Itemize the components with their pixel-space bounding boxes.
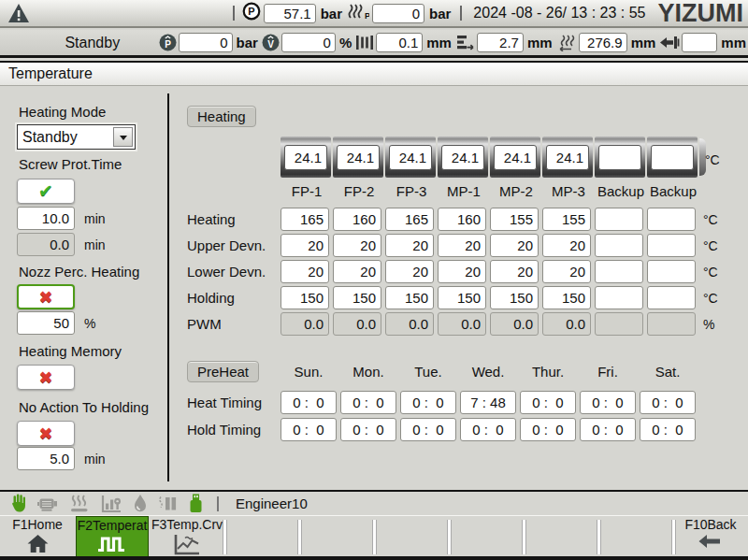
timing-input[interactable]: 0 : 0: [460, 418, 516, 441]
injection-pressure-value: 57.1: [264, 4, 316, 23]
back-arrow-icon: [697, 533, 725, 550]
fkey-f2temperat[interactable]: F2Temperat: [76, 516, 149, 557]
temp-setpoint-input[interactable]: 20: [385, 260, 434, 283]
check-icon: ✔: [38, 180, 53, 202]
unit-label: °C: [703, 212, 718, 227]
mold-adjust-icon: [157, 495, 179, 513]
timing-input[interactable]: 0 : 0: [340, 391, 396, 414]
temp-setpoint-input[interactable]: [647, 260, 696, 283]
datetime: 2024 -08 - 26/ 13 : 23 : 55: [473, 5, 645, 22]
cross-icon: ✖: [38, 424, 52, 444]
temp-row: PWM0.00.00.00.00.00.0%: [187, 312, 714, 336]
status-readouts: P0barV0%0.1mm2.7mm276.9mmmm: [159, 33, 748, 52]
system-pressure-icon: P: [159, 34, 177, 51]
row-label: Holding: [187, 290, 280, 306]
timing-input[interactable]: 0 : 0: [280, 418, 337, 441]
function-key-bar: F1HomeF2TemperatF3Temp.CrvF10Back: [0, 515, 748, 556]
back-pressure-value: 0: [372, 4, 424, 23]
temp-setpoint-input[interactable]: 20: [280, 260, 329, 283]
temp-setpoint-input[interactable]: [647, 234, 696, 257]
screw-prot-time-input[interactable]: 10.0: [17, 207, 75, 230]
temp-setpoint-input[interactable]: 150: [438, 286, 486, 309]
temp-setpoint-input[interactable]: 20: [490, 234, 539, 257]
temp-setpoint-input[interactable]: [647, 286, 696, 309]
screw-prot-time-label: Screw Prot.Time: [19, 156, 122, 172]
heating-mode-select[interactable]: Standby: [17, 124, 136, 150]
row-cells: 0 : 00 : 00 : 07 : 480 : 00 : 00 : 0: [280, 391, 696, 414]
svg-text:P: P: [365, 11, 369, 20]
no-action-to-holding-toggle[interactable]: ✖: [17, 421, 75, 446]
temp-setpoint-input[interactable]: [595, 260, 643, 283]
fkey-f3temp.crv[interactable]: F3Temp.Crv: [150, 516, 224, 557]
temp-setpoint-input[interactable]: 150: [385, 286, 434, 309]
dropdown-arrow-icon[interactable]: [113, 127, 133, 147]
temp-setpoint-input[interactable]: 20: [438, 234, 486, 257]
waveform-icon: [95, 534, 129, 555]
no-action-time-input[interactable]: 5.0: [17, 447, 75, 470]
temp-setpoint-input[interactable]: [647, 208, 696, 231]
temp-row: Upper Devn.202020202020°C: [187, 234, 718, 257]
timing-input[interactable]: 0 : 0: [580, 391, 636, 414]
unit-label: mm: [426, 35, 452, 50]
temp-setpoint-input[interactable]: 165: [280, 208, 329, 231]
row-label: Hold Timing: [187, 422, 280, 438]
temp-setpoint-input[interactable]: [595, 286, 643, 309]
timing-input[interactable]: 0 : 0: [640, 391, 696, 414]
top-status-bar: P 57.1 bar P 0 bar 2024 -08 - 26/ 13 : 2…: [0, 0, 748, 28]
zone-actual-temp: 24.1: [284, 145, 327, 170]
timing-input[interactable]: 0 : 0: [400, 391, 456, 414]
temp-readonly-value: 0.0: [385, 312, 434, 336]
temp-setpoint-input[interactable]: [595, 208, 643, 231]
unit-label: min: [84, 237, 106, 252]
temp-setpoint-input[interactable]: 20: [542, 260, 591, 283]
temp-setpoint-input[interactable]: 150: [333, 286, 381, 309]
temp-setpoint-input[interactable]: 160: [438, 208, 486, 231]
temp-setpoint-input[interactable]: 150: [542, 286, 591, 309]
temp-setpoint-input[interactable]: 20: [542, 234, 591, 257]
chart-tool-icon: [100, 495, 123, 513]
zone-actual-temp: 24.1: [389, 145, 432, 170]
timing-input[interactable]: 7 : 48: [460, 391, 516, 414]
row-cells: 0.00.00.00.00.00.0: [280, 312, 696, 336]
temp-setpoint-input[interactable]: 150: [280, 286, 329, 309]
unit-label: %: [339, 35, 352, 50]
screw-prot-toggle[interactable]: ✔: [17, 179, 75, 204]
temp-setpoint-input[interactable]: 165: [385, 208, 434, 231]
barrel-zone: 24.1: [385, 136, 436, 178]
temp-setpoint-input[interactable]: [595, 234, 643, 257]
zone-label: FP-3: [385, 183, 438, 199]
separator: [297, 520, 302, 554]
nozz-perc-heating-toggle[interactable]: ✖: [17, 284, 75, 309]
temp-setpoint-input[interactable]: 155: [542, 208, 591, 231]
temp-setpoint-input[interactable]: 20: [490, 260, 539, 283]
heating-section-label: Heating: [187, 106, 256, 127]
temp-setpoint-input[interactable]: 150: [490, 286, 539, 309]
nozz-perc-value-input[interactable]: 50: [17, 311, 75, 335]
temp-setpoint-input[interactable]: 160: [333, 208, 381, 231]
zone-actual-temp: 24.1: [441, 145, 484, 170]
timing-input[interactable]: 0 : 0: [280, 391, 337, 414]
zone-actual-temp: [651, 145, 694, 170]
unit-label: mm: [631, 35, 656, 50]
timing-input[interactable]: 0 : 0: [520, 391, 576, 414]
timing-input[interactable]: 0 : 0: [580, 418, 636, 441]
unit-label: mm: [721, 35, 746, 50]
unit-label: min: [84, 211, 106, 226]
unit-label: %: [84, 316, 95, 331]
temp-setpoint-input[interactable]: 20: [333, 234, 381, 257]
temp-setpoint-input[interactable]: 155: [490, 208, 539, 231]
temp-readonly-value: [647, 312, 696, 336]
heating-memory-toggle[interactable]: ✖: [17, 365, 75, 390]
timing-input[interactable]: 0 : 0: [520, 418, 576, 441]
temp-setpoint-input[interactable]: 20: [280, 234, 329, 257]
temp-setpoint-input[interactable]: 20: [438, 260, 486, 283]
temp-setpoint-input[interactable]: 20: [333, 260, 381, 283]
fkey-f10back[interactable]: F10Back: [673, 516, 748, 557]
timing-input[interactable]: 0 : 0: [640, 418, 696, 441]
unit-label: mm: [527, 35, 553, 50]
fkey-f1home[interactable]: F1Home: [0, 516, 75, 557]
warning-triangle-icon[interactable]: [7, 3, 30, 23]
temp-setpoint-input[interactable]: 20: [385, 234, 434, 257]
timing-input[interactable]: 0 : 0: [340, 418, 396, 441]
timing-input[interactable]: 0 : 0: [400, 418, 456, 441]
